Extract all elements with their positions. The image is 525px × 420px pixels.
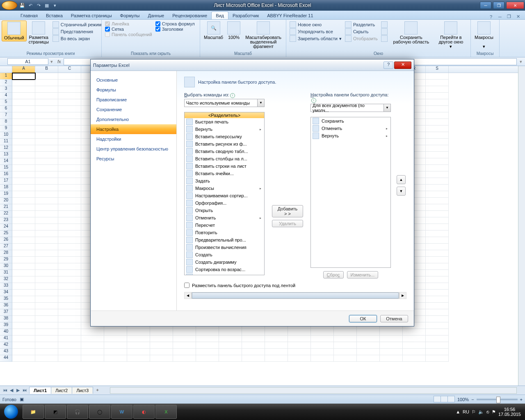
ribbon-minimize-icon[interactable]: ─ (497, 14, 503, 19)
cell[interactable] (426, 224, 449, 231)
doc-restore-icon[interactable]: ❐ (506, 14, 512, 19)
cell[interactable] (334, 329, 357, 336)
row-header[interactable]: 25 (0, 231, 12, 237)
cell[interactable] (127, 342, 150, 349)
cell[interactable] (426, 191, 449, 198)
save-workspace-button[interactable]: Сохранить рабочую область (389, 21, 433, 45)
cell[interactable] (173, 342, 196, 349)
hide-button[interactable]: Скрыть (345, 28, 378, 35)
cell[interactable] (35, 290, 58, 296)
row-header[interactable]: 12 (0, 145, 12, 152)
nav-item[interactable]: Настройка (91, 124, 176, 134)
list-item[interactable]: Вернуть▸ (311, 132, 390, 139)
cell[interactable] (35, 80, 58, 86)
list-item[interactable]: Вернуть▸ (185, 126, 264, 133)
cell[interactable] (35, 152, 58, 158)
ribbon-tab-разметка-страницы[interactable]: Разметка страницы (67, 12, 116, 19)
show-below-ribbon-checkbox[interactable] (184, 283, 189, 288)
cell[interactable] (426, 303, 449, 309)
cell[interactable] (426, 139, 449, 145)
cell[interactable] (242, 355, 265, 362)
cell[interactable] (35, 145, 58, 152)
nav-item[interactable]: Надстройки (91, 134, 176, 144)
cell[interactable] (426, 145, 449, 152)
fx-icon[interactable]: fx (55, 59, 64, 64)
cell[interactable] (35, 322, 58, 329)
cell[interactable] (311, 342, 334, 349)
chk-formula-bar[interactable]: Строка формул (155, 21, 195, 26)
row-header[interactable]: 2 (0, 80, 12, 86)
cell[interactable] (311, 355, 334, 362)
cell[interactable] (35, 257, 58, 263)
row-header[interactable]: 28 (0, 250, 12, 257)
cell[interactable] (173, 355, 196, 362)
cell[interactable] (357, 355, 380, 362)
cell[interactable] (426, 73, 449, 80)
list-item[interactable]: Вставить сводную табл... (185, 148, 264, 155)
cell[interactable] (35, 283, 58, 290)
cell[interactable] (196, 329, 219, 336)
cell[interactable] (426, 257, 449, 263)
cell[interactable] (58, 270, 81, 276)
cell[interactable] (35, 126, 58, 132)
cell[interactable] (265, 329, 288, 336)
cell[interactable] (58, 73, 81, 80)
cell[interactable] (219, 342, 242, 349)
cell[interactable] (35, 342, 58, 349)
cell[interactable] (12, 211, 35, 217)
cell[interactable] (196, 355, 219, 362)
cell[interactable] (426, 276, 449, 283)
cell[interactable] (426, 250, 449, 257)
list-item[interactable]: Пересчет (185, 221, 264, 229)
row-header[interactable]: 36 (0, 303, 12, 309)
cell[interactable] (35, 86, 58, 93)
row-header[interactable]: 43 (0, 349, 12, 355)
cell[interactable] (12, 198, 35, 204)
cell[interactable] (12, 263, 35, 270)
new-window-button[interactable]: Новое окно (290, 21, 342, 28)
row-header[interactable]: 1 (0, 73, 12, 80)
cell[interactable] (357, 336, 380, 342)
cell[interactable] (265, 336, 288, 342)
select-all-corner[interactable] (0, 66, 12, 73)
customize-qat-combo[interactable]: Для всех документов (по умолч...▼ (310, 104, 391, 112)
cell[interactable] (35, 178, 58, 185)
cell[interactable] (58, 217, 81, 224)
cell[interactable] (58, 283, 81, 290)
row-header[interactable]: 38 (0, 316, 12, 322)
cell[interactable] (35, 73, 58, 80)
tray-up-icon[interactable]: ▲ (456, 409, 460, 414)
list-item[interactable]: Вставить гиперссылку (185, 133, 264, 140)
remove-button[interactable]: Удалить (272, 220, 303, 227)
list-item[interactable]: Создать (185, 251, 264, 258)
nav-item[interactable]: Основные (91, 75, 176, 85)
cell[interactable] (58, 316, 81, 322)
cell[interactable] (12, 303, 35, 309)
cell[interactable] (12, 290, 35, 296)
cell[interactable] (58, 86, 81, 93)
cell[interactable] (58, 349, 81, 355)
cell[interactable] (403, 329, 426, 336)
cell[interactable] (12, 231, 35, 237)
cell[interactable] (35, 303, 58, 309)
view-pagelayout-button[interactable]: Разметка страницы (27, 21, 51, 45)
cell[interactable] (127, 349, 150, 355)
cell[interactable] (426, 185, 449, 191)
cell[interactable] (35, 263, 58, 270)
new-sheet-icon[interactable]: ✦ (93, 388, 102, 393)
cell[interactable] (426, 112, 449, 119)
chk-headings[interactable]: Заголовки (155, 27, 195, 32)
cell[interactable] (403, 342, 426, 349)
cell[interactable] (334, 336, 357, 342)
list-item[interactable]: Макросы▸ (185, 185, 264, 192)
cell[interactable] (219, 355, 242, 362)
cell[interactable] (35, 316, 58, 322)
nav-item[interactable]: Сохранение (91, 105, 176, 114)
cell[interactable] (58, 336, 81, 342)
cell[interactable] (426, 171, 449, 178)
nav-item[interactable]: Ресурсы (91, 154, 176, 164)
cell[interactable] (265, 355, 288, 362)
row-header[interactable]: 9 (0, 126, 12, 132)
list-item[interactable]: Задать (185, 177, 264, 185)
row-header[interactable]: 31 (0, 270, 12, 276)
